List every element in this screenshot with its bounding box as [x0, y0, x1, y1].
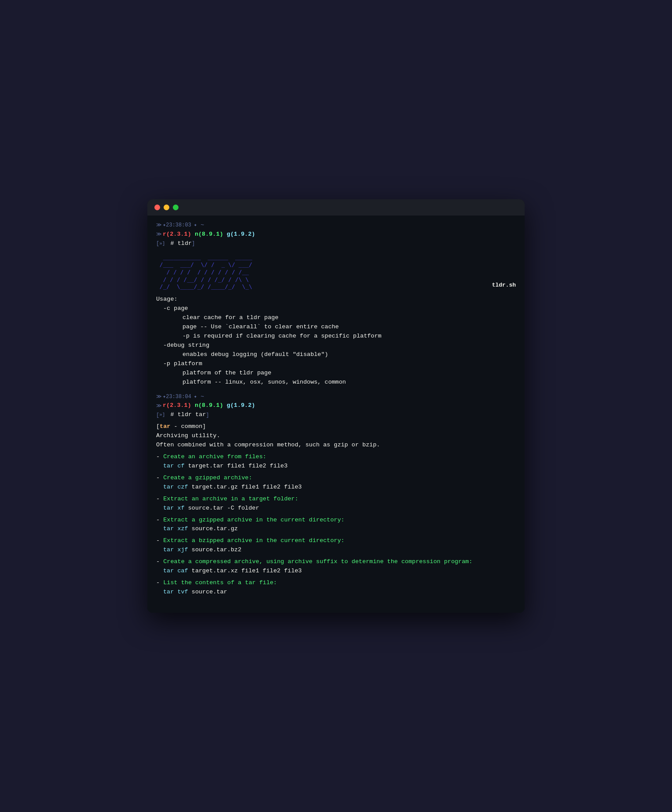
- prompt-symbol-2: ≫: [156, 393, 162, 401]
- prompt-symbol-1: ≫: [156, 221, 162, 230]
- prompt-bracket-1: [: [156, 240, 159, 248]
- node-version-2: n(8.9.1): [195, 401, 223, 410]
- usage-desc-debug: enables debug logging (default "disable"…: [156, 350, 516, 359]
- usage-desc-p: platform of the tldr page: [156, 369, 516, 378]
- usage-sub-c1: page -- Use `clearall` to clear entire c…: [156, 323, 516, 332]
- prompt-versions-2: ≫ r(2.3.1) n(8.9.1) g(1.9.2): [156, 401, 516, 410]
- prompt-hash-2: #: [167, 410, 177, 420]
- tldrsh-label: tldr.sh: [492, 282, 516, 289]
- terminal-body: ≫ ✦ 23:38:03 ✦ ~ ≫ r(2.3.1) n(8.9.1) g(1…: [147, 216, 525, 613]
- ruby-version-1: r(2.3.1): [163, 230, 191, 239]
- prompt-tilde-2: ~: [200, 392, 204, 402]
- prompt-cmd-2: [ » ] # tldr tar ]: [156, 410, 516, 420]
- prompt-time-2: 23:38:04: [166, 393, 191, 401]
- prompt-versions-1: ≫ r(2.3.1) n(8.9.1) g(1.9.2): [156, 230, 516, 239]
- tar-item-7: - List the contents of a tar file: tar t…: [156, 578, 516, 597]
- prompt-git-2: ✦: [163, 393, 166, 401]
- prompt-git-icon-1: ✦: [194, 221, 197, 230]
- prompt-line-2: ≫ ✦ 23:38:04 ✦ ~: [156, 392, 516, 402]
- usage-sub-p1: platform -- linux, osx, sunos, windows, …: [156, 378, 516, 387]
- prompt-time-1: 23:38:03: [166, 221, 191, 230]
- tar-item-5-cmd: tar xjf source.tar.bz2: [156, 546, 516, 555]
- cmd-tldr-tar: tldr tar: [178, 410, 206, 420]
- prompt-line-1: ≫ ✦ 23:38:03 ✦ ~: [156, 221, 516, 230]
- tar-item-6-desc: - Create a compressed archive, using arc…: [156, 557, 516, 567]
- prompt-arrow-2: »: [159, 411, 162, 419]
- titlebar: [147, 199, 525, 216]
- prompt-hash-1: #: [167, 239, 177, 248]
- tar-item-2: - Create a gzipped archive: tar czf targ…: [156, 474, 516, 492]
- tar-item-2-cmd: tar czf target.tar.gz file1 file2 file3: [156, 483, 516, 492]
- tar-item-3: - Extract an archive in a target folder:…: [156, 495, 516, 513]
- tar-item-1: - Create an archive from files: tar cf t…: [156, 453, 516, 471]
- usage-label: Usage:: [156, 295, 516, 304]
- scrollbar-right-2: ]: [206, 411, 209, 420]
- tar-item-3-cmd: tar xf source.tar -C folder: [156, 504, 516, 513]
- tar-item-3-desc: - Extract an archive in a target folder:: [156, 495, 516, 504]
- prompt-bracket-2: [: [156, 411, 159, 420]
- prompt-git-1: ✦: [163, 221, 166, 230]
- prompt-arrow-1: »: [159, 240, 162, 248]
- tar-item-1-desc: - Create an archive from files:: [156, 453, 516, 462]
- prompt-git-icon-2: ✦: [194, 393, 197, 401]
- usage-section: Usage: -c page clear cache for a tldr pa…: [156, 295, 516, 387]
- usage-flag-c: -c page: [156, 304, 516, 313]
- usage-flag-debug: -debug string: [156, 341, 516, 350]
- ruby-version-2: r(2.3.1): [163, 401, 191, 410]
- ascii-art: ___________ ______ _____ /___ ___/ \/ / …: [156, 254, 516, 291]
- tar-item-6-cmd: tar caf target.tar.xz file1 file2 file3: [156, 567, 516, 576]
- prompt-bar-1: ]: [162, 240, 165, 248]
- tar-header-line: [tar - common]: [156, 422, 516, 431]
- go-version-1: g(1.9.2): [227, 230, 255, 239]
- prompt-symbol-v2: ≫: [156, 402, 162, 410]
- tar-item-5: - Extract a bzipped archive in the curre…: [156, 536, 516, 555]
- tar-desc1: Archiving utility.: [156, 431, 516, 441]
- scrollbar-right-1: ]: [192, 240, 195, 248]
- prompt-cmd-1: [ » ] # tldr ]: [156, 239, 516, 248]
- tar-item-4-desc: - Extract a gzipped archive in the curre…: [156, 516, 516, 525]
- tar-item-1-cmd: tar cf target.tar file1 file2 file3: [156, 462, 516, 471]
- minimize-button[interactable]: [164, 205, 169, 210]
- tar-item-4: - Extract a gzipped archive in the curre…: [156, 516, 516, 534]
- tar-item-7-desc: - List the contents of a tar file:: [156, 578, 516, 588]
- node-version-1: n(8.9.1): [195, 230, 223, 239]
- terminal-window: ≫ ✦ 23:38:03 ✦ ~ ≫ r(2.3.1) n(8.9.1) g(1…: [147, 199, 525, 613]
- prompt-symbol-v1: ≫: [156, 230, 162, 239]
- go-version-2: g(1.9.2): [227, 401, 255, 410]
- close-button[interactable]: [154, 205, 160, 210]
- usage-sub-c2: -p is required if clearing cache for a s…: [156, 332, 516, 341]
- tar-item-2-desc: - Create a gzipped archive:: [156, 474, 516, 483]
- tar-output: [tar - common] Archiving utility. Often …: [156, 422, 516, 597]
- tar-item-6: - Create a compressed archive, using arc…: [156, 557, 516, 576]
- tar-item-4-cmd: tar xzf source.tar.gz: [156, 525, 516, 534]
- tar-item-7-cmd: tar tvf source.tar: [156, 588, 516, 597]
- tar-item-5-desc: - Extract a bzipped archive in the curre…: [156, 536, 516, 546]
- usage-flag-p: -p platform: [156, 359, 516, 369]
- usage-desc-c: clear cache for a tldr page: [156, 313, 516, 323]
- prompt-tilde-1: ~: [200, 221, 204, 230]
- cmd-tldr: tldr: [178, 239, 192, 248]
- tar-desc2: Often combined with a compression method…: [156, 441, 516, 450]
- maximize-button[interactable]: [173, 205, 179, 210]
- prompt-bar-2: ]: [162, 411, 165, 419]
